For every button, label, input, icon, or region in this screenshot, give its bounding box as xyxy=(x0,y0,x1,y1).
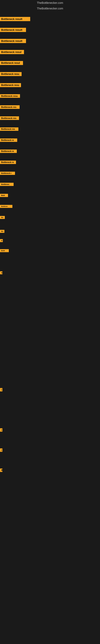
bottleneck-result-label: Bottleneck res xyxy=(0,105,20,109)
bottleneck-result-label: Bottleneck resul xyxy=(0,61,23,65)
site-title: TheBottlenecker.com xyxy=(0,0,100,6)
bottleneck-result-label: Bo xyxy=(0,230,4,233)
bottleneck-result-label: Bottl xyxy=(0,249,9,252)
bottleneck-result-label: Bott xyxy=(0,194,8,197)
bottleneck-result-label: Bo xyxy=(0,216,5,219)
bottleneck-result-label: Bottleneck result xyxy=(0,28,26,32)
bottleneck-result-label: Bottleneck result xyxy=(0,17,30,21)
bottleneck-result-label: Bottleneck resu xyxy=(0,94,20,98)
bottleneck-result-label: Bottleneck res xyxy=(0,116,19,120)
bottleneck-result-label: Bottlene xyxy=(0,205,12,208)
bottleneck-result-label: | xyxy=(0,388,2,392)
bottleneck-result-label: Bottleneck re xyxy=(0,160,16,164)
bottleneck-result-label: | xyxy=(0,428,2,432)
bottleneck-result-label: Bottlenec xyxy=(0,183,14,186)
bottleneck-result-label: Bottleneck res xyxy=(0,128,18,131)
bottleneck-result-label: Bottleneck resu xyxy=(0,83,21,87)
bottleneck-result-label: Bottleneck resu xyxy=(0,72,22,76)
bottleneck-result-label: Bottleneck re xyxy=(0,138,17,142)
bottleneck-result-label: | xyxy=(0,448,2,452)
bottleneck-result-label: Bottleneck r xyxy=(0,172,15,175)
bottleneck-result-label: B xyxy=(0,271,2,274)
bottleneck-result-label: Bottleneck resul xyxy=(0,50,24,54)
bottleneck-result-label: Bottleneck result xyxy=(0,39,26,43)
bottleneck-result-label: Bottleneck re xyxy=(0,150,17,153)
bottleneck-result-label: B xyxy=(0,468,2,472)
bottleneck-result-label: B xyxy=(0,239,3,242)
site-title: TheBottlenecker.com xyxy=(0,6,100,11)
